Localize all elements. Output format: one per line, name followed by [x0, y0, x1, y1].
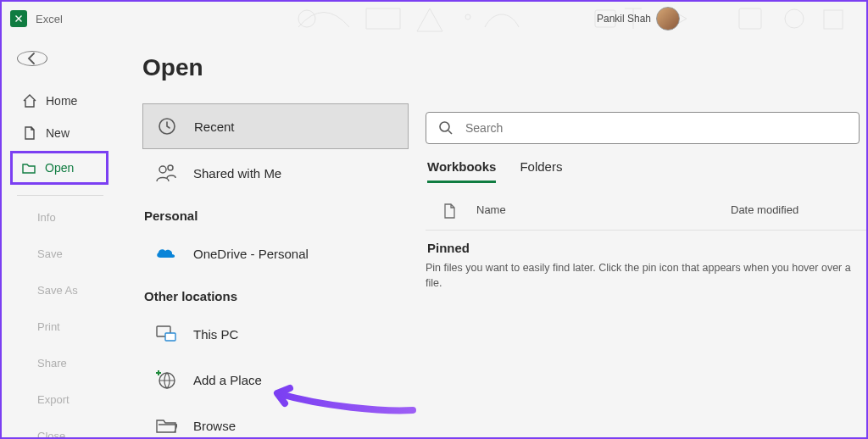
- section-personal: Personal: [142, 197, 409, 231]
- search-input[interactable]: [465, 121, 847, 135]
- user-name: Pankil Shah: [597, 13, 651, 25]
- section-other: Other locations: [142, 277, 409, 312]
- tab-workbooks[interactable]: Workbooks: [427, 159, 496, 183]
- arrow-left-icon: [25, 52, 39, 65]
- col-name[interactable]: Name: [476, 203, 731, 221]
- locations-panel: Open Recent Shared with Me Personal OneD…: [120, 36, 426, 437]
- svg-rect-4: [739, 8, 761, 29]
- files-panel: Workbooks Folders Name Date modified Pin…: [426, 36, 866, 437]
- excel-app-icon: [10, 10, 27, 27]
- avatar: [656, 7, 680, 31]
- nav-label: Home: [46, 94, 77, 108]
- nav-label: Open: [45, 161, 74, 175]
- globe-plus-icon: [154, 368, 178, 392]
- folder-open-icon: [21, 160, 36, 175]
- location-label: Browse: [193, 419, 236, 433]
- onedrive-icon: [154, 242, 178, 265]
- document-icon: [22, 125, 37, 141]
- location-addplace[interactable]: Add a Place: [142, 358, 409, 402]
- nav-share[interactable]: Share: [17, 350, 108, 376]
- location-label: Recent: [194, 119, 235, 134]
- location-label: OneDrive - Personal: [193, 247, 309, 261]
- location-label: This PC: [193, 327, 238, 342]
- location-shared[interactable]: Shared with Me: [142, 151, 409, 195]
- location-label: Shared with Me: [193, 166, 281, 181]
- nav-info[interactable]: Info: [17, 204, 108, 231]
- title-bar: Excel Pankil Shah: [2, 2, 866, 36]
- people-icon: [154, 161, 178, 185]
- search-icon: [438, 120, 453, 136]
- home-icon: [22, 93, 37, 108]
- file-icon: [442, 203, 476, 221]
- svg-rect-6: [824, 10, 843, 29]
- folder-icon: [154, 414, 178, 437]
- tab-folders[interactable]: Folders: [520, 159, 562, 183]
- user-account[interactable]: Pankil Shah: [597, 7, 680, 31]
- location-label: Add a Place: [193, 373, 262, 387]
- svg-rect-11: [165, 333, 175, 341]
- nav-label: New: [46, 126, 70, 140]
- location-browse[interactable]: Browse: [142, 403, 409, 439]
- svg-point-9: [168, 165, 173, 170]
- nav-new[interactable]: New: [17, 119, 108, 147]
- nav-close[interactable]: Close: [17, 423, 108, 439]
- location-thispc[interactable]: This PC: [142, 312, 409, 356]
- header-decoration: [290, 2, 866, 36]
- svg-point-5: [785, 9, 804, 28]
- location-onedrive[interactable]: OneDrive - Personal: [142, 231, 409, 275]
- back-button[interactable]: [17, 51, 47, 66]
- pinned-empty-text: Pin files you want to easily find later.…: [426, 260, 866, 291]
- nav-open[interactable]: Open: [10, 151, 108, 185]
- clock-icon: [155, 114, 179, 138]
- svg-point-8: [159, 166, 166, 173]
- nav-print[interactable]: Print: [17, 314, 108, 340]
- table-header: Name Date modified: [426, 197, 866, 231]
- nav-save[interactable]: Save: [17, 241, 108, 267]
- file-tabs: Workbooks Folders: [426, 159, 866, 183]
- svg-point-2: [465, 14, 470, 19]
- app-title: Excel: [36, 13, 63, 25]
- nav-divider: [17, 195, 103, 196]
- computer-icon: [154, 322, 178, 346]
- svg-point-13: [440, 122, 449, 131]
- backstage-sidebar: Home New Open Info Save Save As Print Sh…: [2, 36, 120, 437]
- search-box[interactable]: [426, 112, 860, 144]
- page-title: Open: [142, 54, 409, 81]
- nav-home[interactable]: Home: [17, 86, 108, 115]
- col-date[interactable]: Date modified: [731, 203, 858, 221]
- nav-saveas[interactable]: Save As: [17, 277, 108, 303]
- section-pinned: Pinned: [426, 231, 866, 260]
- nav-export[interactable]: Export: [17, 386, 108, 413]
- location-recent[interactable]: Recent: [142, 103, 409, 149]
